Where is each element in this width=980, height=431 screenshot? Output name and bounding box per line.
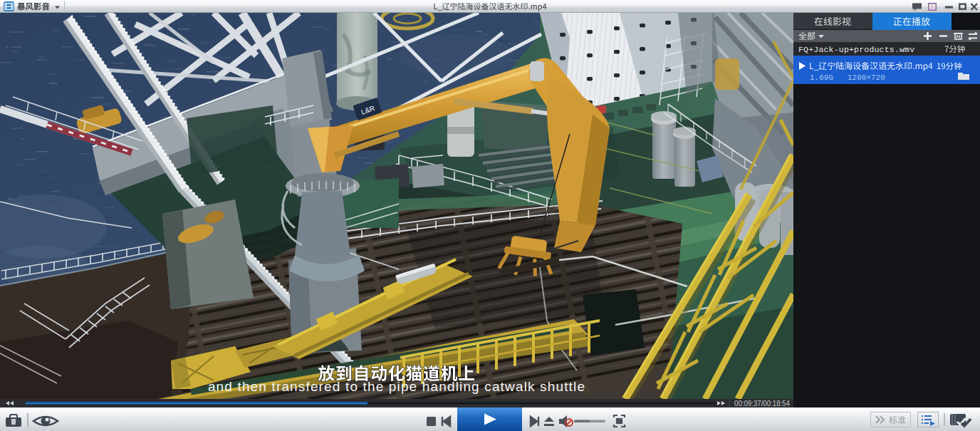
svg-text:1.69G: 1.69G xyxy=(810,73,833,82)
svg-text:00:09:37/00:18:54: 00:09:37/00:18:54 xyxy=(734,399,790,407)
svg-text:and then transfered to the pip: and then transfered to the pipe handling… xyxy=(208,379,585,394)
svg-text:1280×720: 1280×720 xyxy=(848,73,885,82)
svg-text:FQ+Jack-up+products.wmv: FQ+Jack-up+products.wmv xyxy=(798,45,914,54)
